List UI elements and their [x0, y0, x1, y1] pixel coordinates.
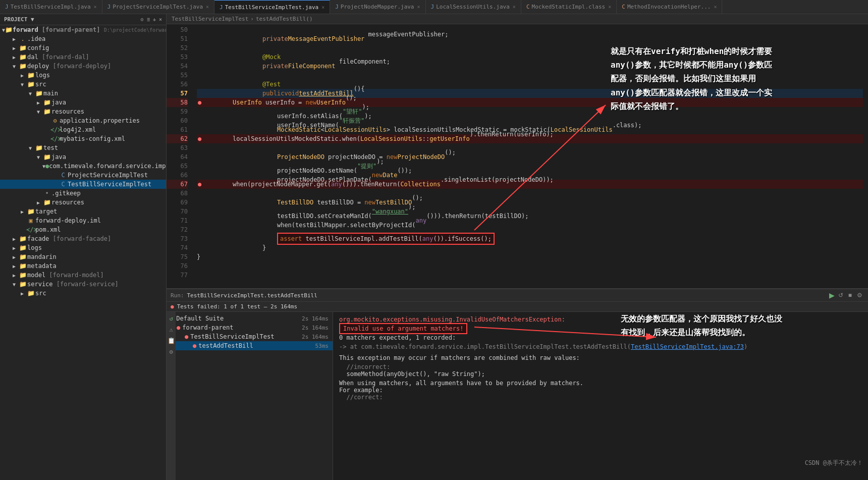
error-line-4: -> at com.timevale.forward.service.impl.… [339, 343, 862, 350]
folder-icon9: 📁 [42, 99, 51, 106]
java-file-icon5: J [431, 4, 435, 10]
xml-icon2: ≺/≻ [50, 135, 60, 142]
close-icon4[interactable]: × [417, 4, 420, 10]
code-line-62: ● localSessionUtilsMockedStatic.when(Loc… [197, 134, 863, 143]
tree-item-model[interactable]: ▶ 📁 model [forward-model] [0, 271, 166, 280]
tree-label3: config [27, 44, 49, 51]
folder-icon17: 📁 [18, 253, 27, 260]
tree-item-mandarin[interactable]: ▶ 📁 mandarin [0, 252, 166, 261]
tab-label6: MockedStaticImpl.class [532, 4, 606, 10]
error-line-1: org.mockito.exceptions.misusing.InvalidU… [339, 316, 862, 323]
tree-item-package[interactable]: ▼ ● com.timevale.forward.service.impl [0, 162, 166, 171]
rerun-button[interactable]: ↺ [837, 291, 845, 300]
settings-button[interactable]: ⚙ [855, 291, 864, 300]
test-label-testaddtestbill: testAddTestBill [198, 342, 253, 349]
tree-item-resources2[interactable]: ▶ 📁 resources [0, 198, 166, 207]
folder-icon3: 📁 [18, 44, 27, 51]
expand-arrow20: ▶ [10, 273, 18, 278]
tree-item-logs[interactable]: ▶ 📁 logs [0, 71, 166, 80]
test-item-testaddtestbill[interactable]: ● testAddTestBill 53ms [167, 341, 333, 350]
tree-label6: logs [35, 72, 50, 79]
tab-methodinvocationhelper[interactable]: C MethodInvocationHelper... × [617, 0, 722, 14]
code-content[interactable]: private MessageEventPublisher messageEve… [192, 24, 868, 286]
tree-item-forwarddeploy[interactable]: ▶ ▣ forward-deploy.iml [0, 216, 166, 225]
tree-item-idea[interactable]: ▶ . .idea [0, 34, 166, 43]
tree-item-application[interactable]: ▶ ⚙ application.properties [0, 116, 166, 125]
tree-item-projectserviceimpltest[interactable]: ▶ C ProjectServiceImplTest [0, 171, 166, 180]
tree-item-src2[interactable]: ▶ 📁 src [0, 289, 166, 298]
folder-icon14: 📁 [26, 208, 35, 215]
bottom-panel: Run: TestBillServiceImplTest.testAddTest… [167, 288, 868, 480]
tree-item-forward-parent[interactable]: ▼ 📁 forward [forward-parent] D:\projectC… [0, 25, 166, 34]
test-label-testbill: TestBillServiceImplTest [190, 333, 274, 340]
run-label: Run: [171, 292, 184, 299]
tree-item-metadata[interactable]: ▶ 📁 metadata [0, 261, 166, 271]
tab-projectnodemapper[interactable]: J ProjectNodeMapper.java × [330, 0, 425, 14]
tree-item-mybatis[interactable]: ▶ ≺/≻ mybatis-config.xml [0, 134, 166, 143]
bottom-icon-2: ⚠ [169, 326, 173, 333]
tree-label2: .idea [27, 35, 45, 42]
tree-label13: mybatis-config.xml [60, 135, 125, 142]
folder-icon18: 📁 [18, 262, 27, 270]
play-button[interactable]: ▶ [829, 291, 835, 300]
folder-icon2: . [18, 35, 27, 42]
tree-item-testjava[interactable]: ▼ 📁 java [0, 152, 166, 162]
fail-icon5: ● [193, 342, 196, 349]
close-icon2[interactable]: × [206, 4, 209, 10]
tab-label7: MethodInvocationHelper... [627, 4, 711, 10]
tab-label2: ProjectServiceImplTest.java [113, 4, 203, 10]
tree-item-src[interactable]: ▼ 📁 src [0, 80, 166, 89]
tab-testbillserviceimpltest[interactable]: J TestBillServiceImplTest.java × [214, 0, 330, 14]
tree-item-deploy[interactable]: ▼ 📁 deploy [forward-deploy] [0, 62, 166, 71]
tree-item-config[interactable]: ▶ 📁 config [0, 43, 166, 52]
tab-testbillserviceimpl[interactable]: J TestBillServiceImpl.java × [0, 0, 102, 14]
close-icon[interactable]: × [94, 4, 97, 10]
test-label-defaultsuite: Default Suite [176, 315, 224, 322]
tab-mockedstaticimpl[interactable]: C MockedStaticImpl.class × [521, 0, 617, 14]
tree-item-dal[interactable]: ▶ 📁 dal [forward-dal] [0, 52, 166, 62]
bottom-icon-1[interactable]: ↺ [169, 315, 173, 322]
class-file-icon2: C [622, 4, 625, 10]
expand-arrow21: ▼ [10, 282, 18, 287]
folder-icon5: 📁 [18, 63, 27, 70]
expand-arrow18: ▶ [10, 254, 18, 260]
java-file-icon: J [5, 4, 9, 10]
folder-icon19: 📁 [18, 272, 27, 279]
tree-item-gitkeep[interactable]: ▶ • .gitkeep [0, 189, 166, 198]
expand-arrow11: ▼ [26, 145, 34, 151]
expand-arrow4: ▶ [10, 55, 18, 60]
tab-localsessionutils[interactable]: J LocalSessionUtils.java × [426, 0, 521, 14]
test-item-defaultsuite[interactable]: ● Default Suite 2s 164ms [167, 314, 333, 323]
editor-area: TestBillServiceImplTest › testAddTestBil… [167, 14, 868, 288]
run-bar: Run: TestBillServiceImplTest.testAddTest… [167, 289, 868, 302]
tree-item-logs2[interactable]: ▶ 📁 logs [0, 243, 166, 252]
tree-item-target[interactable]: ▶ 📁 target [0, 207, 166, 216]
tree-label11: application.properties [60, 117, 140, 124]
tree-item-test[interactable]: ▼ 📁 test [0, 143, 166, 152]
folder-icon: 📁 [5, 26, 13, 33]
tree-item-main[interactable]: ▼ 📁 main [0, 89, 166, 98]
java-file-icon2: J [107, 4, 111, 10]
test-item-forwardparent[interactable]: ● forward-parent 2s 164ms [167, 323, 333, 332]
tree-item-log4j2[interactable]: ▶ ≺/≻ log4j2.xml [0, 125, 166, 134]
close-icon5[interactable]: × [513, 4, 516, 10]
tree-item-resources[interactable]: ▼ 📁 resources [0, 107, 166, 116]
error-link[interactable]: TestBillServiceImplTest.java:73 [631, 343, 744, 350]
tab-projectserviceimpltest[interactable]: J ProjectServiceImplTest.java × [102, 0, 214, 14]
error-line-7: someMethod(anyObject(), "raw String"); [339, 370, 862, 378]
tree-item-pom[interactable]: ▶ ≺/≻ pom.xml [0, 225, 166, 234]
tree-item-facade[interactable]: ▶ 📁 facade [forward-facade] [0, 234, 166, 243]
close-icon3[interactable]: × [321, 5, 324, 10]
code-line-75: } [197, 252, 863, 261]
test-time-forwardparent: 2s 164ms [302, 325, 329, 331]
tree-item-testbillserviceimpltest-selected[interactable]: ▶ C TestBillServiceImplTest [0, 180, 166, 189]
test-item-testbillserviceimpltest[interactable]: ● TestBillServiceImplTest 2s 164ms [167, 332, 333, 341]
tree-item-service[interactable]: ▼ 📁 service [forward-service] [0, 280, 166, 289]
close-icon6[interactable]: × [608, 4, 611, 10]
run-title: TestBillServiceImplTest.testAddTestBill [187, 292, 317, 299]
close-icon7[interactable]: × [714, 4, 717, 10]
stop-button[interactable]: ■ [847, 291, 853, 300]
iml-icon: ▣ [26, 217, 35, 224]
tree-item-java[interactable]: ▶ 📁 java [0, 98, 166, 107]
test-status-text: Tests failed: 1 of 1 test – 2s 164ms [177, 303, 297, 310]
